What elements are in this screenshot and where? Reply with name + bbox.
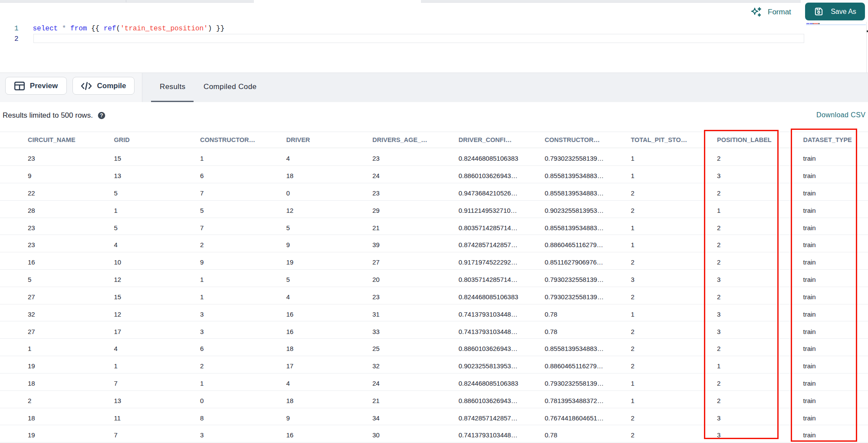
svg-text:?: ? [100, 112, 103, 119]
